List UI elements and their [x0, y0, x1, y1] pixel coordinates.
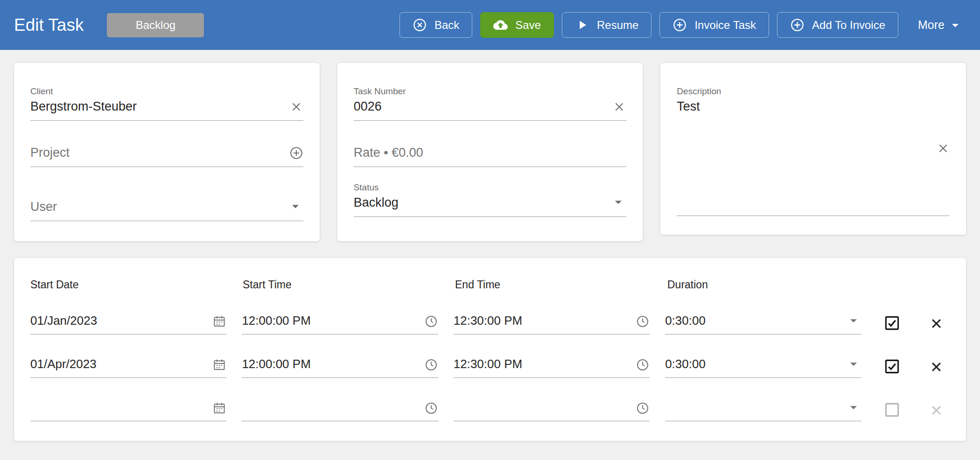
start-time-header: Start Time	[243, 279, 440, 291]
clock-icon[interactable]	[424, 401, 438, 415]
save-button-label: Save	[515, 19, 541, 32]
resume-button-label: Resume	[597, 19, 638, 32]
billable-checkbox[interactable]	[877, 314, 908, 335]
duration-value: 0:30:00	[665, 356, 706, 372]
user-field[interactable]: User	[30, 182, 303, 221]
calendar-icon[interactable]	[212, 314, 226, 328]
status-badge: Backlog	[107, 13, 204, 37]
clock-icon[interactable]	[636, 358, 650, 372]
duration-field[interactable]: 0:30:00	[665, 313, 861, 335]
clock-icon[interactable]	[636, 401, 650, 415]
clear-task-number-icon[interactable]	[612, 100, 626, 114]
end-time-value: 12:30:00 PM	[454, 356, 522, 372]
circle-plus-icon	[790, 18, 805, 32]
description-value: Test	[677, 99, 950, 114]
time-entry-row	[30, 399, 950, 421]
project-field[interactable]: Project	[30, 136, 303, 167]
header: Edit Task Backlog Back Save Resume Invoi	[0, 0, 980, 50]
task-number-field[interactable]: Task Number 0026	[354, 86, 627, 121]
cloud-upload-icon	[493, 18, 508, 32]
end-time-field[interactable]: 12:30:00 PM	[454, 356, 650, 378]
clock-icon[interactable]	[424, 314, 438, 328]
main-content: Client Bergstrom-Steuber Project User	[0, 50, 980, 441]
time-entries-card: Start Date Start Time End Time Duration …	[14, 258, 966, 441]
description-card[interactable]: Description Test	[660, 63, 966, 235]
clear-description-icon[interactable]	[936, 141, 950, 155]
start-date-value: 01/Apr/2023	[30, 356, 97, 372]
clock-icon[interactable]	[636, 314, 650, 328]
checkbox-checked-icon	[883, 358, 901, 375]
end-time-field[interactable]	[454, 399, 650, 421]
billable-checkbox[interactable]	[877, 401, 908, 421]
task-number-value: 0026	[354, 99, 406, 114]
task-number-label: Task Number	[354, 86, 406, 97]
start-time-field[interactable]	[242, 399, 438, 421]
more-button[interactable]: More	[915, 17, 966, 34]
task-number-field-text: Task Number 0026	[354, 86, 406, 114]
status-field[interactable]: Status Backlog	[354, 182, 627, 217]
duration-value: 0:30:00	[665, 313, 706, 328]
remove-row-x-icon	[929, 316, 944, 331]
add-to-invoice-button-label: Add To Invoice	[812, 19, 885, 32]
save-button[interactable]: Save	[480, 12, 554, 38]
more-button-label: More	[918, 18, 945, 32]
end-time-value: 12:30:00 PM	[454, 313, 522, 328]
invoice-task-button[interactable]: Invoice Task	[659, 12, 769, 38]
billable-checkbox[interactable]	[877, 358, 908, 378]
duration-dropdown-icon[interactable]	[846, 399, 861, 415]
start-date-field[interactable]: 01/Jan/2023	[30, 313, 226, 335]
start-time-value: 12:00:00 PM	[242, 356, 310, 372]
end-time-field[interactable]: 12:30:00 PM	[454, 313, 650, 335]
duration-dropdown-icon[interactable]	[846, 313, 861, 328]
duration-dropdown-icon[interactable]	[846, 356, 861, 372]
remove-row-button[interactable]	[923, 360, 950, 378]
chevron-down-icon	[947, 17, 963, 33]
status-dropdown-icon[interactable]	[610, 194, 626, 210]
client-value: Bergstrom-Steuber	[30, 99, 137, 114]
status-field-text: Status Backlog	[354, 182, 399, 210]
remove-row-button[interactable]	[923, 316, 950, 335]
status-value: Backlog	[354, 195, 399, 210]
client-label: Client	[30, 86, 137, 97]
client-field-text: Client Bergstrom-Steuber	[30, 86, 137, 114]
rate-field[interactable]: Rate • €0.00	[354, 136, 627, 167]
checkbox-checked-icon	[883, 314, 901, 332]
start-date-header: Start Date	[30, 279, 227, 291]
duration-field[interactable]	[665, 399, 861, 421]
time-entry-row: 01/Apr/2023 12:00:00 PM 12:30:00 PM 0:30…	[30, 356, 950, 378]
back-button[interactable]: Back	[399, 12, 472, 38]
calendar-icon[interactable]	[212, 401, 226, 415]
clear-client-icon[interactable]	[289, 100, 303, 114]
time-entry-row: 01/Jan/2023 12:00:00 PM 12:30:00 PM 0:30…	[30, 313, 950, 335]
user-placeholder: User	[30, 200, 57, 214]
user-dropdown-icon[interactable]	[287, 198, 303, 214]
back-button-label: Back	[434, 19, 459, 32]
resume-button[interactable]: Resume	[562, 12, 651, 38]
start-time-value: 12:00:00 PM	[242, 313, 310, 328]
invoice-task-button-label: Invoice Task	[694, 19, 756, 32]
start-date-field[interactable]	[30, 399, 226, 421]
circle-plus-icon	[672, 18, 687, 32]
duration-header: Duration	[667, 279, 864, 291]
time-rows: 01/Jan/2023 12:00:00 PM 12:30:00 PM 0:30…	[30, 313, 950, 421]
start-time-field[interactable]: 12:00:00 PM	[242, 356, 438, 378]
add-to-invoice-button[interactable]: Add To Invoice	[777, 12, 898, 38]
status-label: Status	[354, 182, 399, 193]
client-card: Client Bergstrom-Steuber Project User	[14, 63, 320, 241]
remove-row-button[interactable]	[923, 403, 950, 421]
add-project-icon[interactable]	[289, 146, 303, 160]
calendar-icon[interactable]	[212, 358, 226, 372]
rate-text: Rate • €0.00	[354, 146, 423, 160]
play-icon	[575, 18, 589, 32]
clock-icon[interactable]	[424, 358, 438, 372]
page-title: Edit Task	[14, 15, 84, 35]
top-cards-row: Client Bergstrom-Steuber Project User	[14, 63, 966, 241]
start-time-field[interactable]: 12:00:00 PM	[242, 313, 438, 335]
back-circle-x-icon	[413, 18, 427, 32]
client-field[interactable]: Client Bergstrom-Steuber	[30, 86, 303, 121]
header-buttons: Back Save Resume Invoice Task Add To Inv	[399, 12, 898, 38]
task-card: Task Number 0026 Rate • €0.00 Status Bac…	[337, 63, 643, 241]
start-date-field[interactable]: 01/Apr/2023	[30, 356, 226, 378]
duration-field[interactable]: 0:30:00	[665, 356, 861, 378]
checkbox-unchecked-icon	[883, 401, 901, 418]
